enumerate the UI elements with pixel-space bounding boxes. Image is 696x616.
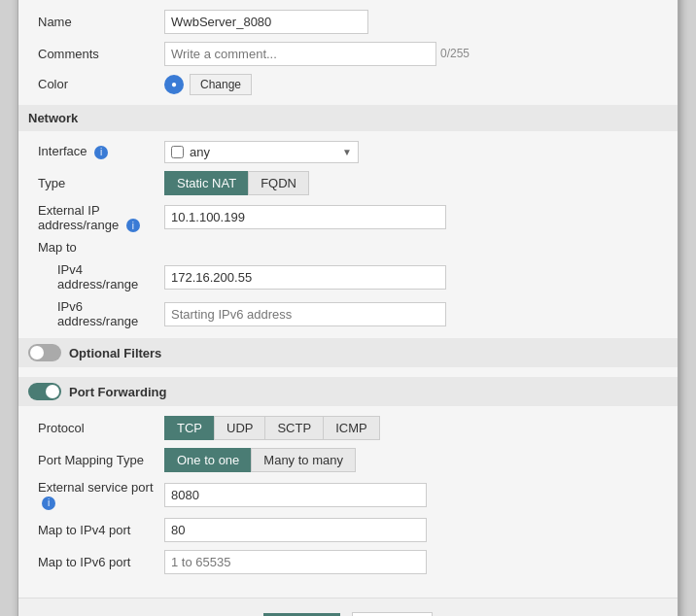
dialog-footer: OK Cancel [18, 598, 678, 617]
color-section: ● Change [164, 74, 252, 95]
protocol-btn-group: TCP UDP SCTP ICMP [164, 416, 380, 440]
map-ipv4-port-input[interactable] [164, 518, 427, 542]
port-forwarding-label: Port Forwarding [69, 385, 166, 399]
ipv6-input[interactable] [164, 302, 446, 326]
ipv6-label: IPv6 address/range [38, 299, 164, 328]
globe-icon: ● [164, 75, 184, 94]
protocol-sctp-button[interactable]: SCTP [264, 416, 323, 440]
dialog: New Virtual IP Name Comments 0/255 Color… [17, 0, 679, 616]
ipv4-input[interactable] [164, 265, 446, 290]
port-forwarding-toggle-knob [46, 385, 59, 398]
optional-filters-toggle-knob [30, 346, 44, 359]
external-ip-row: External IP address/range i [38, 203, 658, 233]
color-row: Color ● Change [38, 74, 658, 95]
ext-service-port-input[interactable] [164, 483, 427, 507]
cancel-button[interactable]: Cancel [352, 612, 432, 617]
name-row: Name [38, 10, 658, 34]
name-input[interactable] [164, 10, 368, 34]
port-mapping-type-row: Port Mapping Type One to one Many to man… [38, 448, 658, 472]
protocol-icmp-button[interactable]: ICMP [323, 416, 380, 440]
interface-row: Interface i any ▼ [38, 141, 658, 163]
protocol-row: Protocol TCP UDP SCTP ICMP [38, 416, 658, 440]
ipv4-label: IPv4 address/range [38, 262, 164, 291]
port-one-to-one-button[interactable]: One to one [164, 448, 251, 472]
type-row: Type Static NAT FQDN [38, 171, 658, 195]
map-to-row: Map to [38, 240, 658, 255]
map-ipv6-port-row: Map to IPv6 port [38, 550, 658, 574]
map-ipv6-port-label: Map to IPv6 port [38, 555, 164, 569]
external-ip-label: External IP address/range i [38, 203, 164, 233]
type-btn-group: Static NAT FQDN [164, 171, 309, 195]
interface-checkbox[interactable] [171, 146, 184, 158]
ext-service-port-row: External service port i [38, 480, 658, 510]
map-ipv6-port-input[interactable] [164, 550, 427, 574]
map-ipv4-port-row: Map to IPv4 port [38, 518, 658, 542]
port-mapping-type-label: Port Mapping Type [38, 453, 164, 467]
type-static-nat-button[interactable]: Static NAT [164, 171, 248, 195]
comments-row: Comments 0/255 [38, 42, 658, 66]
change-color-button[interactable]: Change [190, 74, 252, 95]
dialog-body: Name Comments 0/255 Color ● Change Netwo… [18, 0, 678, 598]
interface-info-icon: i [94, 146, 108, 159]
ext-service-port-info-icon: i [42, 496, 55, 510]
protocol-label: Protocol [38, 421, 164, 435]
ipv4-row: IPv4 address/range [38, 262, 658, 291]
optional-filters-toggle[interactable] [28, 344, 61, 361]
ipv6-row: IPv6 address/range [38, 299, 658, 328]
port-forwarding-section-header: Port Forwarding [18, 377, 678, 406]
interface-label: Interface i [38, 144, 164, 159]
comments-label: Comments [38, 47, 164, 61]
comments-count: 0/255 [440, 47, 470, 60]
map-ipv4-port-label: Map to IPv4 port [38, 523, 164, 537]
optional-filters-label: Optional Filters [69, 346, 161, 360]
ext-service-port-label: External service port i [38, 480, 164, 510]
protocol-tcp-button[interactable]: TCP [164, 416, 214, 440]
interface-value: any [190, 145, 336, 159]
optional-filters-section-header: Optional Filters [18, 338, 678, 367]
type-fqdn-button[interactable]: FQDN [248, 171, 309, 195]
port-forwarding-toggle[interactable] [28, 383, 61, 400]
comments-input[interactable] [164, 42, 436, 66]
map-to-label: Map to [38, 240, 164, 255]
port-mapping-btn-group: One to one Many to many [164, 448, 356, 472]
ok-button[interactable]: OK [263, 613, 340, 617]
port-many-to-many-button[interactable]: Many to many [251, 448, 356, 472]
name-label: Name [38, 15, 164, 29]
external-ip-input[interactable] [164, 205, 446, 229]
type-label: Type [38, 176, 164, 190]
network-section-header: Network [18, 105, 678, 131]
protocol-udp-button[interactable]: UDP [214, 416, 264, 440]
color-label: Color [38, 77, 164, 91]
external-ip-info-icon: i [126, 219, 140, 232]
interface-select[interactable]: any ▼ [164, 141, 359, 163]
interface-dropdown-arrow: ▼ [342, 147, 352, 157]
